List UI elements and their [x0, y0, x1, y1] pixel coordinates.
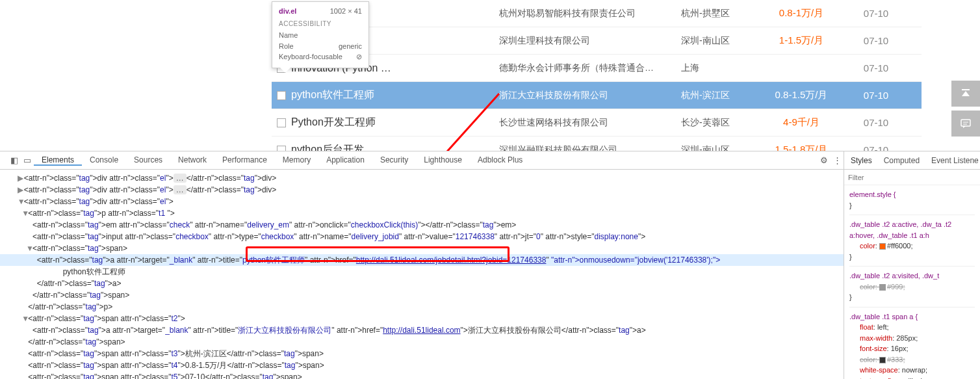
- job-location: 杭州-拱墅区: [681, 8, 759, 20]
- job-company[interactable]: 深圳生理科技有限公司: [499, 35, 681, 47]
- tooltip-section: ACCESSIBILITY: [279, 20, 362, 27]
- job-location: 上海: [681, 62, 759, 74]
- job-list: 呈师杭州对聪易智能科技有限责任公司杭州-拱墅区0.8-1万/月07-10呈师深圳…: [272, 0, 922, 151]
- job-row[interactable]: nython后台开发深圳兴融联科技股份有限公司深圳-南山区1.5-1.8万/月0…: [272, 137, 922, 151]
- job-company[interactable]: 深圳兴融联科技股份有限公司: [499, 144, 681, 151]
- job-salary: 0.8-1万/月: [759, 7, 844, 20]
- job-company[interactable]: 长沙世速网络科技有限公司: [499, 117, 681, 129]
- job-row[interactable]: 呈师深圳生理科技有限公司深圳-南山区1-1.5万/月07-10: [272, 27, 922, 55]
- job-date: 07-10: [844, 35, 909, 46]
- job-salary: 4-9千/月: [759, 116, 844, 129]
- job-date: 07-10: [844, 8, 909, 19]
- no-icon: ⊘: [356, 51, 362, 62]
- scroll-top-button[interactable]: [951, 81, 980, 107]
- job-company[interactable]: 杭州对聪易智能科技有限责任公司: [499, 8, 681, 20]
- svg-marker-3: [962, 91, 970, 96]
- svg-rect-2: [962, 89, 970, 90]
- job-row[interactable]: 呈师杭州对聪易智能科技有限责任公司杭州-拱墅区0.8-1万/月07-10: [272, 0, 922, 27]
- job-salary: 1-1.5万/月: [759, 34, 844, 47]
- job-date: 07-10: [844, 144, 909, 151]
- tooltip-dimensions: 1002 × 41: [330, 7, 362, 15]
- job-row[interactable]: python软件工程师浙江大立科技股份有限公司杭州-滨江区0.8-1.5万/月0…: [272, 82, 922, 109]
- checkbox[interactable]: [272, 146, 291, 151]
- job-location: 杭州-滨江区: [681, 90, 759, 101]
- job-row[interactable]: Python开发工程师长沙世速网络科技有限公司长沙-芙蓉区4-9千/月07-10: [272, 109, 922, 137]
- job-company[interactable]: 浙江大立科技股份有限公司: [499, 90, 681, 101]
- feedback-button[interactable]: [951, 111, 980, 137]
- side-buttons: [951, 81, 980, 140]
- job-salary: 1.5-1.8万/月: [759, 144, 844, 151]
- job-date: 07-10: [844, 117, 909, 128]
- job-location: 长沙-芙蓉区: [681, 117, 759, 129]
- job-title[interactable]: python软件工程师: [291, 88, 499, 102]
- svg-rect-4: [961, 120, 970, 126]
- job-date: 07-10: [844, 62, 909, 73]
- job-location: 深圳-南山区: [681, 35, 759, 47]
- job-date: 07-10: [844, 90, 909, 101]
- job-title[interactable]: Python开发工程师: [291, 116, 499, 129]
- inspect-tooltip: div.el 1002 × 41 ACCESSIBILITY Name Role…: [272, 1, 369, 68]
- tooltip-selector: div.el: [279, 7, 296, 15]
- job-title[interactable]: nython后台开发: [291, 143, 499, 151]
- job-row[interactable]: Innovation (Python …德勤华永会计师事务所（特殊普通合…上海0…: [272, 55, 922, 82]
- checkbox[interactable]: [272, 118, 291, 127]
- job-company[interactable]: 德勤华永会计师事务所（特殊普通合…: [499, 62, 681, 74]
- job-location: 深圳-南山区: [681, 144, 759, 151]
- checkbox[interactable]: [272, 91, 291, 100]
- job-salary: 0.8-1.5万/月: [759, 89, 844, 101]
